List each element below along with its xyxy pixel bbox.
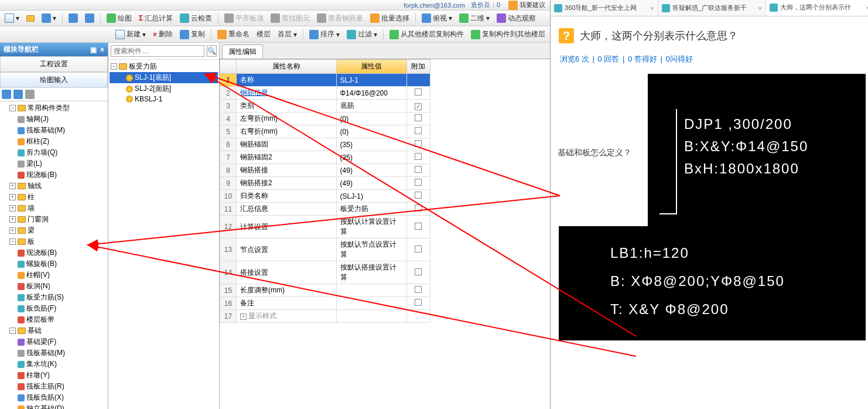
prop-value-cell[interactable]: (SLJ-1) (336, 190, 406, 203)
tree-leaf[interactable]: 现浇板(B) (1, 169, 107, 180)
prop-row[interactable]: 4左弯折(mm)(0) (220, 113, 430, 125)
checkbox[interactable] (415, 299, 422, 306)
checkbox[interactable] (415, 286, 422, 293)
prop-value-cell[interactable]: (49) (336, 164, 406, 177)
prop-row[interactable]: 10归类名称(SLJ-1) (220, 190, 430, 203)
prop-row[interactable]: 3类别底筋 (220, 100, 430, 113)
modnav-btn-draw[interactable]: 绘图输入 (0, 72, 108, 88)
tree-cat[interactable]: +梁 (1, 225, 107, 236)
pin-icon[interactable]: ▣ (90, 46, 97, 54)
prop-row[interactable]: 1名称SLJ-1 (220, 74, 430, 87)
prop-row[interactable]: 8钢筋搭接(49) (220, 164, 430, 177)
checkbox[interactable] (415, 166, 422, 173)
expand-icon[interactable] (2, 90, 11, 99)
filter-button[interactable]: 过滤 ▾ (344, 28, 380, 40)
2d-button[interactable]: 二维 ▾ (457, 12, 492, 25)
tree-leaf[interactable]: 板洞(N) (1, 281, 107, 292)
property-grid[interactable]: 属性名称 属性值 附加 1名称SLJ-12钢筋信息Φ14/Φ16@2003类别底… (220, 59, 550, 409)
prop-row[interactable]: 12计算设置按默认计算设置计算 (220, 216, 430, 238)
copy-button[interactable]: 复制 (177, 28, 207, 40)
prop-value-cell[interactable]: 按默认节点设置计算 (336, 238, 406, 261)
tree-leaf[interactable]: 现浇板(B) (1, 247, 107, 258)
checkbox[interactable] (415, 246, 422, 253)
cloudcheck-button[interactable]: 云检查 (177, 12, 214, 25)
open-button[interactable] (24, 14, 37, 23)
align-button[interactable]: 平齐板顶 (222, 12, 266, 25)
copyfrom-button[interactable]: 从其他楼层复制构件 (387, 28, 466, 40)
tree-leaf[interactable]: 剪力墙(Q) (1, 147, 107, 158)
tree-common-types[interactable]: −常用构件类型 (1, 103, 107, 114)
copyto-button[interactable]: 复制构件到其他楼层 (469, 28, 548, 40)
tab-close-icon[interactable]: × (758, 5, 762, 12)
component-type-tree[interactable]: −常用构件类型 轴网(J)筏板基础(M)框柱(Z)剪力墙(Q)梁(L)现浇板(B… (0, 101, 108, 409)
tree-leaf[interactable]: 楼层板带 (1, 314, 107, 325)
prop-value-cell[interactable]: (35) (336, 138, 406, 151)
prop-row[interactable]: 7钢筋锚固2(35) (220, 151, 430, 164)
tree-leaf[interactable]: 独立基础(D) (1, 403, 107, 409)
tree-ban[interactable]: −板 (1, 236, 107, 247)
prop-row[interactable]: 13节点设置按默认节点设置计算 (220, 238, 430, 261)
modnav-btn-project[interactable]: 工程设置 (0, 56, 108, 72)
prop-row[interactable]: 15长度调整(mm) (220, 284, 430, 297)
tree-leaf[interactable]: 柱墩(Y) (1, 370, 107, 381)
prop-value-cell[interactable]: (0) (336, 125, 406, 138)
checkbox[interactable] (415, 153, 422, 160)
redo-button[interactable] (83, 12, 97, 24)
close-icon[interactable]: × (100, 46, 104, 54)
prop-row[interactable]: 11汇总信息板受力筋 (220, 203, 430, 216)
save-button[interactable]: ▾ (39, 12, 59, 24)
suggest-button[interactable]: 我要建议 (506, 0, 548, 11)
checkbox[interactable] (415, 127, 422, 134)
dynview-button[interactable]: 动态观察 (494, 12, 538, 25)
prop-row[interactable]: 17+ 显示样式 (220, 310, 430, 323)
checkbox[interactable] (415, 114, 422, 121)
checkbox[interactable] (415, 192, 422, 199)
prop-value-cell[interactable] (336, 310, 406, 323)
tree-cat[interactable]: +墙 (1, 203, 107, 214)
tree-leaf[interactable]: 基础梁(F) (1, 336, 107, 347)
checkbox[interactable] (415, 179, 422, 186)
prop-row[interactable]: 14搭接设置按默认搭接设置计算 (220, 261, 430, 284)
undo-button[interactable] (66, 12, 80, 24)
comp-item[interactable]: SLJ-1[底筋] (110, 72, 218, 83)
tree-cat[interactable]: +柱 (1, 192, 107, 203)
tree-leaf[interactable]: 框柱(Z) (1, 136, 107, 147)
tree-leaf[interactable]: 筏板负筋(X) (1, 392, 107, 403)
tree-leaf[interactable]: 螺旋板(B) (1, 258, 107, 270)
search-input[interactable] (111, 45, 204, 57)
comp-item[interactable]: KBSLJ-1 (110, 94, 218, 104)
tree-leaf[interactable]: 筏板基础(M) (1, 347, 107, 359)
list-icon[interactable] (25, 90, 35, 99)
prop-row[interactable]: 16备注 (220, 297, 430, 310)
new-component-button[interactable]: 新建 ▾ (113, 28, 148, 40)
tree-jichu[interactable]: −基础 (1, 325, 107, 336)
component-instance-tree[interactable]: −板受力筋 SLJ-1[底筋]SLJ-2[面筋]KBSLJ-1 (108, 60, 219, 409)
tree-leaf[interactable]: 筏板主筋(R) (1, 381, 107, 392)
checkbox[interactable] (415, 268, 422, 275)
prop-link[interactable]: 钢筋信息 (240, 88, 268, 97)
prop-value-cell[interactable]: (0) (336, 113, 406, 125)
prop-tab-edit[interactable]: 属性编辑 (222, 45, 263, 59)
sumcalc-button[interactable]: Σ汇总计算 (136, 12, 175, 25)
prop-row[interactable]: 9钢筋搭接2(49) (220, 177, 430, 190)
rename-button[interactable]: 重命名 (215, 28, 252, 40)
findelem-button[interactable]: 查找图元 (268, 12, 312, 25)
prop-value-cell[interactable]: SLJ-1 (336, 74, 406, 87)
checkbox[interactable] (415, 103, 422, 110)
collapse-icon[interactable] (13, 90, 23, 99)
tree-leaf[interactable]: 筏板基础(M) (1, 125, 107, 136)
checkbox[interactable] (415, 140, 422, 147)
tree-leaf[interactable]: 集水坑(K) (1, 359, 107, 370)
new-file-button[interactable]: ▾ (2, 12, 22, 24)
viewmode-button[interactable]: 俯视 ▾ (419, 12, 454, 25)
comp-item[interactable]: SLJ-2[面筋] (110, 83, 218, 94)
tree-cat[interactable]: +轴线 (1, 180, 107, 192)
checkbox[interactable] (415, 205, 422, 212)
tree-leaf[interactable]: 柱帽(V) (1, 270, 107, 281)
prop-value-cell[interactable]: Φ14/Φ16@200 (336, 87, 406, 100)
prop-value-cell[interactable]: 板受力筋 (336, 203, 406, 216)
batchsel-button[interactable]: 批量选择 (368, 12, 412, 25)
viewrebar-button[interactable]: 查看钢筋量 (315, 12, 365, 25)
prop-value-cell[interactable]: (35) (336, 151, 406, 164)
comp-root[interactable]: −板受力筋 (110, 61, 218, 72)
